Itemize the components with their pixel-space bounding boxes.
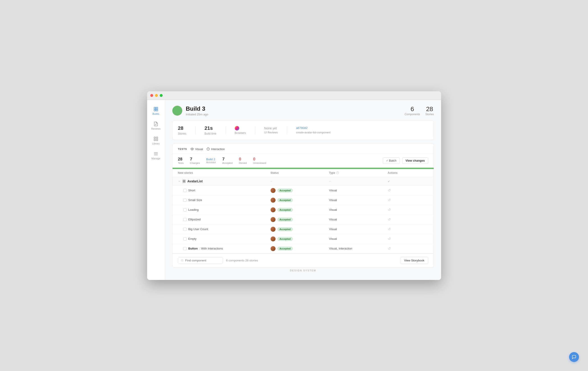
tests-title: TESTS (178, 148, 187, 150)
stat-total: 28 Tests (178, 157, 184, 164)
svg-point-13 (192, 148, 193, 149)
sidebar-item-manage[interactable]: Manage (148, 149, 164, 162)
svg-rect-17 (183, 180, 184, 181)
type-bigusercount: Visual (329, 227, 388, 231)
denied-label: Denied (239, 162, 247, 164)
stories-label: Stories (425, 113, 434, 116)
group-type: -- (329, 180, 388, 183)
story-icon (183, 199, 187, 202)
type-ellipsized: Visual (329, 218, 388, 221)
tests-actions: ✓ Batch View changes (383, 157, 428, 164)
build-subtitle: Initiated 25m ago (186, 113, 208, 116)
accepted-badge-empty: Accepted (277, 237, 293, 241)
avatar-empty (271, 236, 275, 241)
chrome-icon (235, 126, 239, 130)
chat-button[interactable] (569, 352, 579, 362)
svg-rect-8 (154, 139, 156, 140)
stat-changes: 7 Changes (190, 157, 200, 164)
svg-point-21 (181, 259, 183, 261)
library-label: Library (152, 142, 160, 145)
action-smallsize: ↺ (388, 198, 428, 202)
search-input[interactable] (185, 259, 220, 262)
design-system-label: DESIGN SYSTEM (172, 267, 434, 275)
table-row: Button: With Interactions Accepted Visua… (173, 244, 434, 254)
row-text-button-bold: Button (188, 247, 198, 250)
interaction-icon (207, 148, 210, 150)
svg-rect-2 (154, 109, 156, 111)
view-changes-button[interactable]: View changes (402, 157, 428, 164)
fullscreen-button[interactable] (160, 94, 163, 97)
filter-visual-label: Visual (195, 148, 203, 151)
sidebar-item-builds[interactable]: Builds (148, 104, 164, 117)
undo-icon[interactable]: ↺ (388, 198, 391, 202)
action-bigusercount: ↺ (388, 227, 428, 231)
undo-icon[interactable]: ↺ (388, 247, 391, 250)
manage-label: Manage (151, 157, 160, 160)
stories-info: 28 Stories (178, 125, 186, 135)
filter-interaction[interactable]: Interaction (207, 148, 225, 151)
group-row-avatarlist: AvatarList -- -- ✓ (173, 177, 434, 186)
footer-bar: 6 components 28 stories View Storybook (173, 254, 434, 267)
svg-rect-1 (156, 107, 158, 109)
svg-rect-0 (154, 107, 156, 109)
stories-info-label: Stories (178, 132, 186, 135)
stat-ancestor: Build 2 Ancestor (206, 158, 216, 164)
minimize-button[interactable] (155, 94, 158, 97)
stat-stories: 28 Stories (425, 106, 434, 116)
group-status: -- (271, 180, 329, 183)
accepted-badge-bigusercount: Accepted (277, 227, 293, 231)
sidebar-item-reviews[interactable]: Reviews (148, 119, 164, 132)
view-storybook-button[interactable]: View Storybook (400, 257, 428, 264)
build-status-dot (172, 106, 182, 116)
th-status: Status (271, 171, 329, 174)
accepted-badge-ellipsized: Accepted (277, 218, 293, 222)
chevron-down-icon (178, 180, 181, 183)
row-name-button: Button: With Interactions (183, 247, 271, 250)
stories-num: 28 (178, 125, 186, 131)
tests-stats: 28 Tests 7 Changes Build 2 Ancestor 7 (178, 157, 266, 164)
ancestor-link[interactable]: Build 2 (206, 158, 216, 161)
buildtime-info: 21s Build time (205, 125, 217, 135)
group-name-text: AvatarList (188, 180, 203, 183)
close-button[interactable] (150, 94, 153, 97)
avatar-short (271, 188, 275, 193)
accepted-label: Accepted (222, 162, 233, 164)
th-actions: Actions (388, 171, 428, 174)
titlebar (147, 91, 441, 100)
accepted-badge-smallsize: Accepted (277, 198, 293, 202)
status-cell-bigusercount: Accepted (271, 227, 329, 232)
undo-icon[interactable]: ↺ (388, 188, 391, 192)
th-type: Type (329, 171, 388, 174)
action-short: ↺ (388, 188, 428, 192)
group-check-icon[interactable]: ✓ (388, 180, 390, 183)
batch-button[interactable]: ✓ Batch (383, 157, 400, 164)
components-count: 6 (405, 106, 420, 113)
build-title: Build 3 (186, 105, 208, 112)
status-cell-short: Accepted (271, 188, 329, 193)
unreviewed-label: Unreviewed (253, 162, 266, 164)
eye-icon (191, 148, 194, 150)
app-window: Builds Reviews Library (147, 91, 441, 280)
action-empty: ↺ (388, 237, 428, 241)
sidebar-item-library[interactable]: Library (148, 134, 164, 147)
app-body: Builds Reviews Library (147, 100, 441, 280)
filter-visual[interactable]: Visual (191, 148, 203, 151)
story-icon (183, 218, 187, 221)
undo-icon[interactable]: ↺ (388, 227, 391, 231)
svg-line-22 (183, 261, 183, 261)
commit-hash[interactable]: a6780d2 (296, 126, 330, 130)
svg-rect-9 (156, 139, 158, 140)
undo-icon[interactable]: ↺ (388, 208, 391, 212)
search-box[interactable] (178, 257, 223, 264)
row-name-loading: Loading (183, 208, 271, 212)
table-header: New stories Status Type Actions (173, 169, 434, 177)
table-row: Empty Accepted Visual ↺ (173, 234, 434, 244)
row-name-short: Short (183, 189, 271, 192)
row-name-empty: Empty (183, 237, 271, 241)
undo-icon[interactable]: ↺ (388, 237, 391, 241)
story-icon (183, 208, 187, 212)
batch-label: Batch (389, 159, 397, 162)
status-cell-smallsize: Accepted (271, 198, 329, 203)
story-icon (183, 247, 187, 250)
undo-icon[interactable]: ↺ (388, 218, 391, 221)
